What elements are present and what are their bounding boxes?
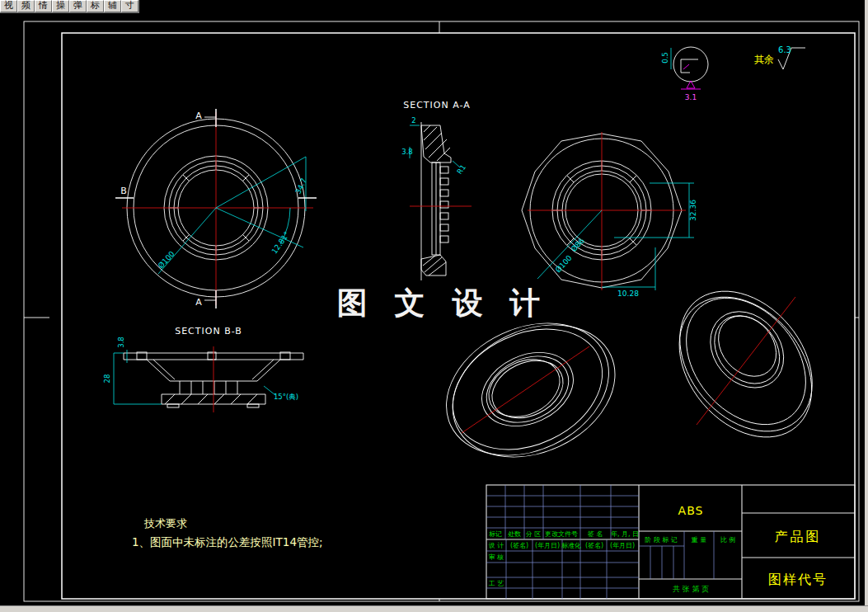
- tech-req-line1: 1、图面中未标注的公差按照IT14管控;: [132, 535, 323, 548]
- material-value: ABS: [678, 504, 704, 517]
- sig-name2-label: (签名): [585, 542, 603, 549]
- dim-sb-height: 28: [103, 374, 111, 384]
- rear-view: [522, 132, 694, 290]
- rev-header-doc: 更改文件号: [545, 530, 578, 538]
- sheet-info-label: 共 张 第 页: [673, 585, 710, 593]
- scale-label: 比 例: [720, 536, 736, 544]
- menu-item-7[interactable]: 寸: [121, 0, 138, 12]
- menu-item-6[interactable]: 辅: [104, 0, 121, 12]
- menu-item-0[interactable]: 视: [0, 0, 17, 12]
- sig-process-label: 工 艺: [489, 580, 504, 587]
- section-aa-title: SECTION A-A: [403, 100, 471, 111]
- section-aa-view: [410, 122, 472, 280]
- detail-value: 3.1: [685, 93, 697, 101]
- menu-item-5[interactable]: 标: [87, 0, 104, 12]
- menu-item-4[interactable]: 弹: [69, 0, 87, 12]
- sig-date1-label: (年月日): [535, 542, 560, 549]
- rev-header-mark: 标记: [489, 530, 502, 538]
- dim-sb-angle: 15°(典): [274, 393, 298, 401]
- rev-header-date: 年, 月, 日: [611, 530, 639, 538]
- menu-bar: 视 频 情 操 弹 标 辅 寸: [0, 0, 139, 13]
- finish-rest-value: 6.3: [778, 45, 791, 54]
- cad-application-window: 视 频 情 操 弹 标 辅 寸: [0, 0, 868, 612]
- dim-sa-top: 2: [411, 116, 415, 125]
- menu-item-2[interactable]: 情: [35, 0, 52, 12]
- rev-header-sign: 签 名: [588, 530, 603, 538]
- dim-front-diameter: Ø100: [157, 249, 176, 270]
- doc-code-title: 图样代号: [768, 572, 828, 587]
- watermark-text: 图 文 设 计: [337, 285, 549, 321]
- dim-sb-wall: 3.8: [117, 337, 125, 348]
- dim-sa-wall: 3.8: [401, 148, 413, 156]
- section-bb-title: SECTION B-B: [175, 326, 242, 337]
- stage-mark-label: 阶 段 标 记: [645, 536, 678, 544]
- sig-date2-label: (年月日): [610, 542, 635, 549]
- tech-req-title: 技术要求: [143, 517, 187, 530]
- section-bb-view: [114, 346, 303, 412]
- iso-view-back: [650, 266, 842, 464]
- sig-audit-label: 审 核: [489, 553, 504, 561]
- finish-rest-label: 其余: [754, 54, 774, 65]
- section-marker-a-top: A: [195, 111, 202, 121]
- iso-view-front: [425, 296, 636, 484]
- dim-front-length: 34.7: [294, 177, 309, 195]
- menu-item-1[interactable]: 频: [17, 0, 35, 12]
- window-border-bottom: [0, 605, 868, 612]
- section-marker-a-bottom: A: [195, 297, 202, 308]
- menu-item-3[interactable]: 操: [52, 0, 69, 12]
- drawing-canvas: A A B 34.7 12.81° Ø100: [0, 0, 868, 612]
- detail-offset-value: 0.5: [661, 52, 669, 64]
- sig-design-label: 设 计: [489, 542, 504, 549]
- section-marker-b-left: B: [120, 186, 127, 196]
- sig-name1-label: (签名): [510, 542, 528, 549]
- front-view: [115, 109, 317, 308]
- doc-type-title: 产品图: [775, 529, 822, 544]
- rev-header-zone: 分 区: [526, 530, 542, 538]
- weight-label: 重 量: [691, 536, 707, 544]
- window-border-right: [865, 0, 868, 612]
- dim-rear-height: 32.36: [689, 200, 697, 221]
- rev-header-count: 处数: [508, 530, 521, 538]
- sig-std-label: 标准化: [561, 542, 581, 549]
- dim-rear-width: 10.28: [617, 290, 639, 298]
